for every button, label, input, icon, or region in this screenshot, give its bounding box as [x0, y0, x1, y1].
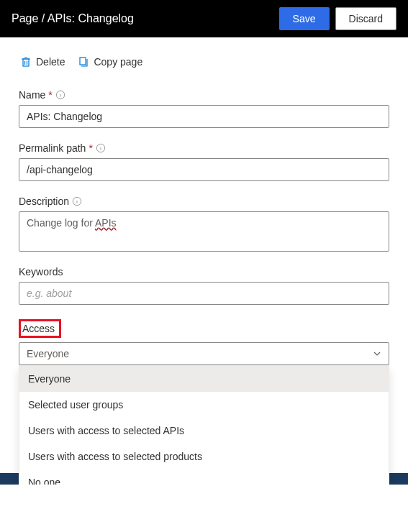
info-icon[interactable] — [72, 196, 82, 206]
svg-rect-0 — [23, 59, 29, 66]
access-field: Access Everyone EveryoneSelected user gr… — [19, 319, 389, 365]
page-header: Page / APIs: Changelog Save Discard — [0, 0, 408, 37]
copy-page-button[interactable]: Copy page — [78, 56, 142, 68]
copy-icon — [78, 56, 89, 68]
page-form: Name * Permalink path * Description Chan… — [0, 76, 408, 365]
info-icon[interactable] — [55, 90, 65, 100]
permalink-field: Permalink path * — [19, 142, 389, 181]
description-input[interactable]: Change log for APIs — [19, 211, 389, 252]
keywords-label-text: Keywords — [19, 266, 63, 278]
name-label-text: Name — [19, 89, 45, 101]
access-option[interactable]: Everyone — [19, 366, 389, 392]
description-text: Change log for — [27, 217, 95, 229]
name-field: Name * — [19, 89, 389, 128]
page-title: Page / APIs: Changelog — [12, 12, 273, 25]
svg-rect-1 — [80, 58, 86, 65]
access-dropdown: EveryoneSelected user groupsUsers with a… — [19, 365, 389, 485]
keywords-field: Keywords — [19, 266, 389, 305]
description-field: Description Change log for APIs — [19, 196, 389, 252]
name-label: Name * — [19, 89, 389, 101]
access-option[interactable]: Selected user groups — [19, 392, 389, 418]
permalink-input[interactable] — [19, 158, 389, 181]
copy-label: Copy page — [94, 56, 142, 68]
required-marker: * — [48, 89, 52, 101]
delete-label: Delete — [36, 56, 65, 68]
required-marker: * — [89, 142, 92, 154]
keywords-input[interactable] — [19, 282, 389, 305]
description-text-underlined: APIs — [95, 217, 117, 229]
toolbar: Delete Copy page — [0, 37, 408, 76]
access-option[interactable]: No one — [19, 469, 389, 485]
access-option[interactable]: Users with access to selected products — [19, 444, 389, 469]
keywords-label: Keywords — [19, 266, 389, 278]
access-label-text: Access — [22, 323, 55, 334]
permalink-label-text: Permalink path — [19, 142, 86, 154]
description-label-text: Description — [19, 196, 69, 207]
trash-icon — [20, 56, 32, 68]
delete-button[interactable]: Delete — [20, 56, 65, 68]
access-label-highlight: Access — [19, 319, 61, 338]
access-option[interactable]: Users with access to selected APIs — [19, 418, 389, 444]
chevron-down-icon — [373, 349, 381, 358]
discard-button[interactable]: Discard — [335, 7, 396, 30]
save-button[interactable]: Save — [279, 7, 330, 30]
description-label: Description — [19, 196, 389, 207]
info-icon[interactable] — [96, 143, 106, 153]
access-selected-value: Everyone — [27, 348, 69, 359]
permalink-label: Permalink path * — [19, 142, 389, 154]
name-input[interactable] — [19, 105, 389, 128]
access-select[interactable]: Everyone — [19, 342, 389, 365]
access-select-wrap: Everyone EveryoneSelected user groupsUse… — [19, 342, 389, 365]
